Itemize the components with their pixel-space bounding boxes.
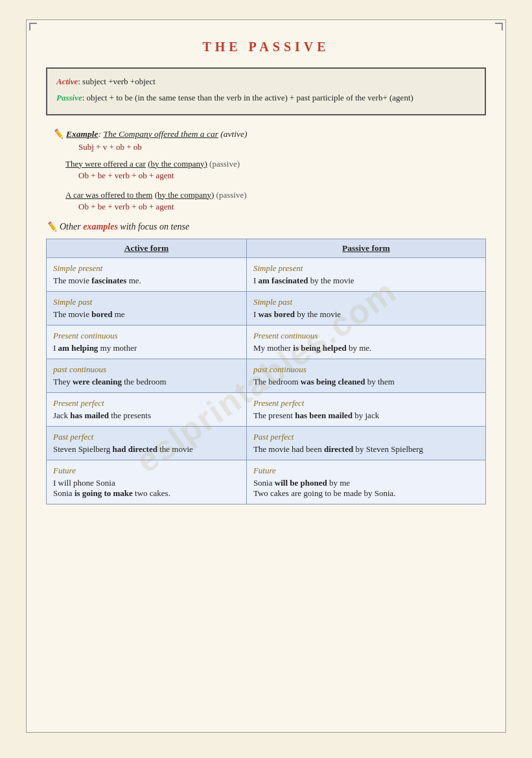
passive-sent2-suffix: (passive) [216,190,247,200]
table-row: Present perfectJack has mailed the prese… [47,392,486,426]
passive-sentence: I was bored by the movie [253,309,479,320]
example-active-label: (avtive) [220,129,247,139]
active-sentence: I am helping my mother [53,343,240,353]
other-examples-suffix: with focus on tense [118,222,189,231]
tense-label: Simple present [53,263,240,274]
tense-label: Present continuous [53,331,240,341]
example-word: Example [66,129,98,139]
passive-cell-6: FutureSonia will be phoned by meTwo cake… [246,460,485,504]
formula-2: Ob + be + verb + ob + agent [78,171,486,181]
active-sentence: Jack has mailed the presents [53,410,240,421]
other-examples-other: Other [60,222,83,231]
active-sentence: They were cleaning the bedroom [53,377,240,387]
passive-sentence: The bedroom was being cleaned by them [253,377,479,387]
active-cell-1: Simple pastThe movie bored me [47,291,247,325]
passive-label: Passive [56,93,82,102]
active-line1: I will phone Sonia [53,478,240,488]
active-sentence: Steven Spielberg had directed the movie [53,444,240,455]
passive-cell-2: Present continuousMy mother is being hel… [246,325,485,359]
tense-label-passive: Future [253,466,479,476]
tense-label-passive: Present perfect [253,398,479,409]
table-header-row: Active form Passive form [47,239,486,257]
active-cell-3: past continuousThey were cleaning the be… [47,359,247,392]
page-title: THE PASSIVE [46,40,486,54]
table-row: FutureI will phone SoniaSonia is going t… [47,460,486,504]
passive-sent1-agent: (by the company) [148,159,207,169]
active-sentence: The movie fascinates me. [53,276,240,286]
active-rule-text: : subject +verb +object [78,77,156,86]
tense-label: Simple past [53,297,240,307]
tense-label-passive: past continuous [253,364,479,375]
passive-line1: Sonia will be phoned by me [253,478,479,488]
passive-sent2-agent: (by the company) [155,190,214,200]
col-active-header: Active form [47,239,247,257]
passive-cell-0: Simple presentI am fascinated by the mov… [246,257,485,291]
tense-label-passive: Simple present [253,263,479,274]
formula-3: Ob + be + verb + ob + agent [78,202,486,212]
pencil-icon-2: ✏️ [46,221,57,232]
table-row: Past perfectSteven Spielberg had directe… [47,426,486,460]
other-examples-label: ✏️Other examples with focus on tense [46,221,486,232]
passive-sentence: I am fascinated by the movie [253,276,479,286]
active-label: Active [56,77,78,86]
active-cell-0: Simple presentThe movie fascinates me. [47,257,247,291]
passive-example-2: A car was offered to them (by the compan… [52,190,486,212]
tense-label: Future [53,466,240,476]
corner-decoration-tl [29,23,37,30]
passive-sentence: The movie had been directed by Steven Sp… [253,444,479,455]
tense-label: Past perfect [53,432,240,442]
passive-sent1-suffix: (passive) [209,159,240,169]
passive-sent2-text: A car was offered to them [65,190,152,200]
passive-sentence: The present has been mailed by jack [253,410,479,421]
passive-sentence-1: They were offered a car (by the company)… [65,159,486,169]
passive-example-1: They were offered a car (by the company)… [52,159,486,181]
tense-label: Present perfect [53,398,240,409]
active-sentence: The movie bored me [53,309,240,320]
active-line2: Sonia is going to make two cakes. [53,488,240,499]
tense-label: past continuous [53,364,240,375]
passive-cell-3: past continuousThe bedroom was being cle… [246,359,485,392]
passive-sentence-2: A car was offered to them (by the compan… [65,190,486,200]
passive-line2: Two cakes are going to be made by Sonia. [253,488,479,499]
tense-label-passive: Past perfect [253,432,479,442]
passive-cell-1: Simple pastI was bored by the movie [246,291,485,325]
passive-sent1-text: They were offered a car [65,159,146,169]
rule-box: Active: subject +verb +object Passive: o… [46,67,486,115]
tense-label-passive: Present continuous [253,331,479,341]
table-row: Present continuousI am helping my mother… [47,325,486,359]
example-label: ✏️Example: The Company offered them a ca… [52,128,486,139]
active-cell-6: FutureI will phone SoniaSonia is going t… [47,460,247,504]
examples-highlight: examples [83,222,118,231]
active-rule-line: Active: subject +verb +object [56,75,476,89]
tense-label-passive: Simple past [253,297,479,307]
example-section: ✏️Example: The Company offered them a ca… [46,128,486,212]
active-cell-2: Present continuousI am helping my mother [47,325,247,359]
passive-sentence: My mother is being helped by me. [253,343,479,353]
passive-cell-4: Present perfectThe present has been mail… [246,392,485,426]
passive-rule-text: : object + to be (in the same tense than… [82,93,413,102]
corner-decoration-tr [495,23,503,30]
table-row: Simple presentThe movie fascinates me.Si… [47,257,486,291]
pencil-icon: ✏️ [52,128,64,139]
table-row: past continuousThey were cleaning the be… [47,359,486,392]
col-passive-header: Passive form [246,239,485,257]
passive-cell-5: Past perfectThe movie had been directed … [246,426,485,460]
table-row: Simple pastThe movie bored meSimple past… [47,291,486,325]
active-cell-4: Present perfectJack has mailed the prese… [47,392,247,426]
tenses-table: Active form Passive form Simple presentT… [46,239,486,504]
page-container: eslprintables.com THE PASSIVE Active: su… [26,19,506,733]
passive-rule-line: Passive: object + to be (in the same ten… [56,91,476,105]
example-sentence-1: The Company offered them a car [103,129,218,139]
formula-1: Subj + v + ob + ob [78,142,486,152]
active-cell-5: Past perfectSteven Spielberg had directe… [47,426,247,460]
